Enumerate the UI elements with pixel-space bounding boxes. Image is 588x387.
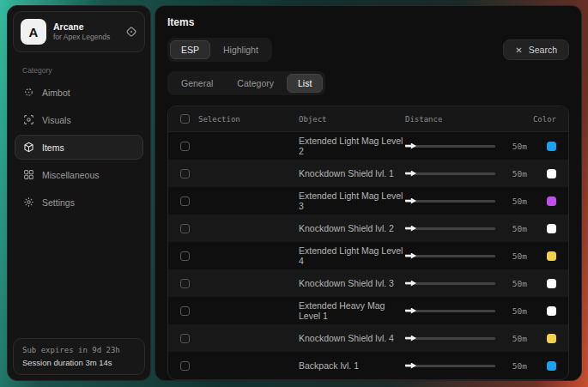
table-row: Knockdown Shield lvl. 450m [168,324,568,352]
tab-category[interactable]: Category [226,74,285,93]
color-swatch[interactable] [547,224,556,233]
distance-cell: 50m [405,142,527,151]
row-selection-cell [180,306,299,316]
row-checkbox[interactable] [180,169,190,178]
distance-slider[interactable] [405,200,495,203]
object-name: Backpack lvl. 1 [299,360,405,371]
row-checkbox[interactable] [180,224,190,233]
row-checkbox[interactable] [180,361,190,371]
box-icon [23,142,34,153]
distance-slider[interactable] [405,227,495,230]
row-selection-cell [180,279,299,288]
row-selection-cell [180,251,299,261]
row-selection-cell [180,334,299,343]
slider-thumb[interactable] [405,198,416,204]
distance-slider[interactable] [405,282,495,285]
sidebar-item-items[interactable]: Items [15,135,143,160]
column-header-selection: Selection [198,115,240,124]
sidebar-item-aimbot[interactable]: Aimbot [15,80,143,105]
mode-esp[interactable]: ESP [170,40,210,59]
distance-slider[interactable] [405,145,495,148]
sidebar-nav: AimbotVisualsItemsMiscellaneousSettings [8,77,150,215]
slider-thumb[interactable] [405,253,416,259]
row-selection-cell [180,197,299,206]
sidebar-item-miscellaneous[interactable]: Miscellaneous [15,162,143,187]
row-selection-cell [180,224,299,233]
color-swatch[interactable] [547,334,556,343]
object-name: Knockdown Shield lvl. 1 [299,168,405,178]
gear-icon [23,197,34,208]
distance-value: 50m [505,197,527,206]
category-label: Category [22,66,150,75]
table-row: Knockdown Shield lvl. 350m [168,269,568,297]
distance-cell: 50m [405,279,527,288]
distance-slider[interactable] [405,172,495,175]
app-header: A Arcane for Apex Legends [13,11,145,52]
distance-value: 50m [505,224,527,233]
distance-slider[interactable] [405,310,495,312]
row-checkbox[interactable] [180,142,190,151]
row-checkbox[interactable] [180,197,190,206]
table-row: Backpack lvl. 150m [168,352,568,379]
object-name: Knockdown Shield lvl. 4 [299,333,405,343]
color-swatch[interactable] [547,361,556,371]
color-swatch[interactable] [547,279,556,288]
object-name: Knockdown Shield lvl. 2 [299,223,405,233]
distance-slider[interactable] [405,337,495,340]
sidebar-item-label: Settings [42,197,75,208]
crosshair-icon [23,87,34,98]
search-button[interactable]: ✕ Search [503,39,569,60]
distance-cell: 50m [405,169,527,178]
object-name: Extended Light Mag Level 3 [299,190,405,211]
slider-thumb[interactable] [405,308,416,314]
distance-cell: 50m [405,306,527,316]
tab-general[interactable]: General [170,74,224,93]
distance-value: 50m [505,279,527,288]
table-header-row: Selection Object Distance Color [168,106,568,132]
select-all-checkbox[interactable] [180,114,190,124]
color-swatch[interactable] [547,197,556,206]
slider-thumb[interactable] [405,226,416,232]
tab-list[interactable]: List [287,74,323,93]
sidebar-item-settings[interactable]: Settings [15,190,143,215]
mode-row: ESPHighlight ✕ Search [167,38,569,62]
row-checkbox[interactable] [180,334,190,343]
sidebar-item-label: Items [42,142,64,153]
slider-thumb[interactable] [405,336,416,342]
session-info-card: Sub expires in 9d 23h Session duration 3… [13,338,145,375]
sidebar-item-label: Miscellaneous [42,170,100,180]
slider-thumb[interactable] [405,171,416,177]
table-row: Knockdown Shield lvl. 250m [168,215,568,242]
distance-value: 50m [505,306,527,316]
distance-slider[interactable] [405,365,495,367]
distance-cell: 50m [405,224,527,233]
scan-icon [23,114,34,125]
color-swatch[interactable] [547,169,556,178]
row-checkbox[interactable] [180,251,190,261]
table-row: Extended Light Mag Level 350m [168,187,568,215]
object-name: Extended Light Mag Level 2 [299,136,405,156]
distance-cell: 50m [405,251,527,261]
sidebar-item-visuals[interactable]: Visuals [15,107,143,132]
header-selection-cell: Selection [180,114,299,124]
tab-bar: GeneralCategoryList [167,71,325,95]
diamond-icon[interactable] [125,26,137,38]
sidebar-item-label: Visuals [42,115,71,125]
app-title: Arcane [53,21,110,33]
color-swatch[interactable] [547,142,556,151]
grid-icon [23,169,34,180]
slider-thumb[interactable] [405,143,416,149]
row-checkbox[interactable] [180,279,190,288]
mode-highlight[interactable]: Highlight [212,40,270,59]
search-button-label: Search [529,45,557,55]
distance-cell: 50m [405,361,527,371]
color-swatch[interactable] [547,251,556,261]
sidebar-item-label: Aimbot [42,88,70,98]
slider-thumb[interactable] [405,281,416,287]
color-swatch[interactable] [547,306,556,316]
distance-slider[interactable] [405,255,495,257]
slider-thumb[interactable] [405,363,416,369]
column-header-object: Object [299,115,405,124]
close-icon: ✕ [515,45,522,55]
row-checkbox[interactable] [180,306,190,316]
